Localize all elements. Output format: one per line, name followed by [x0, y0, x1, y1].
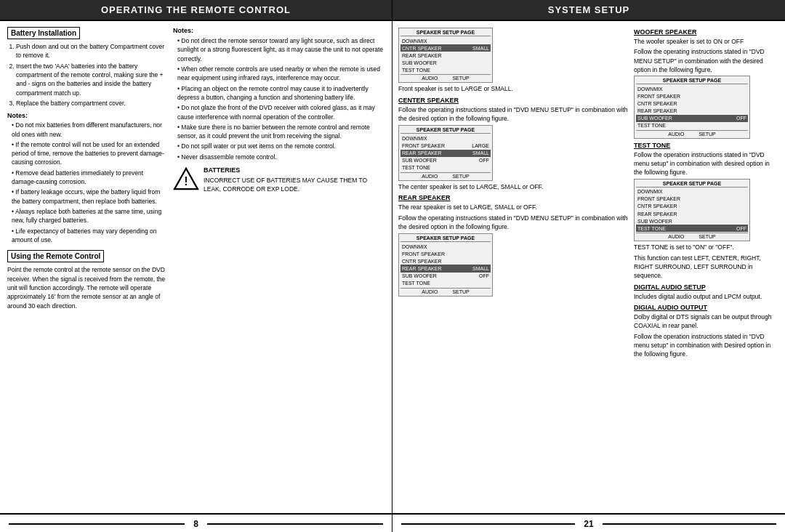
sr-front-2: FRONT SPEAKERLARGE	[400, 142, 491, 150]
sr-front-4: FRONT SPEAKER	[636, 92, 748, 100]
right-note-4: Do not glaze the front of the DVD receiv…	[177, 103, 385, 121]
warning-text: BATTERIES INCORRECT USE OF BATTERIES MAY…	[204, 166, 385, 194]
left-footer-line	[9, 523, 185, 525]
battery-note-5: Always replace both batteries at the sam…	[12, 207, 167, 225]
right-note-5: Make sure there is no barrier between th…	[177, 123, 385, 141]
sr-sub-2: SUB WOOFEROFF	[400, 157, 491, 164]
right-notes-heading: Notes:	[173, 27, 385, 34]
remote-body: Point the remote control at the remote s…	[7, 265, 167, 310]
right-header: SYSTEM SETUP	[392, 0, 785, 21]
testtone-body: Follow the operation instructions stated…	[634, 150, 779, 177]
right-col2: WOOFER SPEAKER The woofer speaker is set…	[634, 25, 779, 509]
sr-rear-3: REAR SPEAKERSMALL	[400, 265, 491, 272]
battery-heading: Battery Installation	[7, 27, 80, 39]
sr-cntr-1: CNTR SPEAKERSMALL	[400, 44, 491, 52]
speaker-box-3-header: SPEAKER SETUP PAGE	[400, 235, 491, 242]
battery-step-2: Insert the two 'AAA' batteries into the …	[16, 62, 167, 97]
svg-text:!: !	[184, 175, 188, 188]
left-col2: Notes: Do not direct the remote sensor t…	[173, 27, 385, 507]
sr-cntr-3: CNTR SPEAKER	[400, 257, 491, 265]
right-footer: 21	[392, 513, 785, 532]
battery-note-4: If battery leakage occurs, wipe the batt…	[12, 188, 167, 206]
box-footer-5: AUDIOSETUP	[636, 233, 748, 239]
right-panel: SYSTEM SETUP SPEAKER SETUP PAGE DOWNMIX …	[392, 0, 785, 532]
sr-front-5: FRONT SPEAKER	[636, 196, 748, 203]
sr-front-3: FRONT SPEAKER	[400, 250, 491, 257]
sr-test-3: TEST TONE	[400, 280, 491, 287]
speaker-box-1-header: SPEAKER SETUP PAGE	[400, 30, 491, 36]
sr-rear-5: REAR SPEAKER	[636, 210, 748, 217]
digital-output-body: Dolby digital or DTS signals can be outp…	[634, 313, 779, 331]
front-note: Front speaker is set to LARGE or SMALL.	[398, 84, 628, 93]
digital-audio-body: Includes digital audio output and LPCM o…	[634, 292, 779, 301]
battery-step-3: Replace the battery compartment cover.	[16, 99, 167, 108]
sr-rear-4: REAR SPEAKER	[636, 108, 748, 115]
remote-section: Using the Remote Control Point the remot…	[7, 250, 167, 310]
sr-test-2: TEST TONE	[400, 164, 491, 172]
box-footer-2: AUDIOSETUP	[400, 172, 491, 179]
battery-note-2: If the remote control will not be used f…	[12, 140, 167, 167]
right-note-1: Do not direct the remote sensor toward a…	[177, 36, 385, 63]
sr-downmix-4: DOWNMIX	[636, 85, 748, 92]
battery-steps: Push down and out on the battery Compart…	[7, 42, 167, 108]
center-body: Follow the operating instructions stated…	[398, 105, 628, 124]
sr-test-1: TEST TONE	[400, 66, 491, 73]
battery-notes-list: Do not mix batteries from different manu…	[7, 121, 167, 244]
left-page-num: 8	[193, 519, 198, 529]
speaker-box-5: SPEAKER SETUP PAGE DOWNMIX FRONT SPEAKER…	[634, 179, 750, 242]
sr-downmix-5: DOWNMIX	[636, 188, 748, 196]
digital-output-heading: DIGIAL AUDIO OUTPUT	[634, 304, 779, 311]
speaker-box-3: SPEAKER SETUP PAGE DOWNMIX FRONT SPEAKER…	[398, 233, 493, 297]
testtone-note: TEST TONE is set to "ON" or "OFF".	[634, 243, 779, 251]
sr-cntr-4: CNTR SPEAKER	[636, 100, 748, 107]
right-notes-list: Do not direct the remote sensor toward a…	[173, 36, 385, 161]
speaker-box-5-header: SPEAKER SETUP PAGE	[636, 181, 748, 188]
digital-audio-heading: DIGITAL AUDIO SETUP	[634, 283, 779, 291]
rear-heading: REAR SPEAKER	[398, 194, 628, 201]
speaker-box-4-header: SPEAKER SETUP PAGE	[636, 78, 748, 84]
right-note-6: Do not spill water or put wet items on t…	[177, 142, 385, 150]
woofer-body: The woofer speaker is set to ON or OFF	[634, 37, 779, 46]
sr-cntr-2: REAR SPEAKERSMALL	[400, 150, 491, 157]
battery-note-3: Remove dead batteries immediately to pre…	[12, 169, 167, 187]
sr-sub-3: SUB WOOFEROFF	[400, 273, 491, 280]
sr-sub-1: SUB WOOFER	[400, 59, 491, 66]
right-footer-line	[207, 523, 383, 525]
right-note-3: Placing an object on the remote control …	[177, 84, 385, 102]
woofer-heading: WOOFER SPEAKER	[634, 28, 779, 36]
right-note-7: Never disassemble remote control.	[177, 153, 385, 161]
warning-block: ! BATTERIES INCORRECT USE OF BATTERIES M…	[173, 166, 385, 194]
rear-body: The rear speaker is set to LARGE, SMALL …	[398, 203, 628, 211]
right-page-num: 21	[584, 519, 593, 529]
sr-rear-1: REAR SPEAKER	[400, 52, 491, 59]
digital-output-body2: Follow the operation instructions stated…	[634, 332, 779, 359]
battery-note-6: Life expectancy of batteries may vary de…	[12, 227, 167, 245]
sr-downmix-1: DOWNMIX	[400, 37, 491, 44]
right-notes-block: Notes: Do not direct the remote sensor t…	[173, 27, 385, 161]
speaker-box-2: SPEAKER SETUP PAGE DOWNMIX FRONT SPEAKER…	[398, 125, 493, 180]
warning-triangle-icon: !	[173, 167, 199, 190]
left-col1: Battery Installation Push down and out o…	[7, 27, 167, 507]
left-panel: OPERATING THE REMOTE CONTROL Battery Ins…	[0, 0, 392, 532]
speaker-box-4: SPEAKER SETUP PAGE DOWNMIX FRONT SPEAKER…	[634, 76, 750, 139]
left-header: OPERATING THE REMOTE CONTROL	[0, 0, 392, 21]
right-footer-line-l	[401, 523, 575, 525]
woofer-body2: Follow the operating instructions stated…	[634, 47, 779, 74]
battery-note-1: Do not mix batteries from different manu…	[12, 121, 167, 139]
speaker-box-1: SPEAKER SETUP PAGE DOWNMIX CNTR SPEAKERS…	[398, 28, 493, 83]
battery-section: Battery Installation Push down and out o…	[7, 27, 167, 244]
warning-title: BATTERIES	[204, 166, 385, 176]
sr-downmix-2: DOWNMIX	[400, 134, 491, 142]
sr-cntr-5: CNTR SPEAKER	[636, 203, 748, 210]
warning-body: INCORRECT USE OF BATTERIES MAY CAUSE THE…	[204, 176, 385, 195]
center-heading: CENTER SPEAKER	[398, 97, 628, 104]
box-footer-4: AUDIOSETUP	[636, 130, 748, 137]
box-footer-1: AUDIOSETUP	[400, 74, 491, 81]
box-footer-3: AUDIOSETUP	[400, 288, 491, 294]
sr-sub-5: SUB WOOFER	[636, 217, 748, 225]
battery-notes-heading: Notes:	[7, 112, 167, 119]
center-note: The center speaker is set to LARGE, SMAL…	[398, 182, 628, 191]
right-note-2: When other remote controls are used near…	[177, 65, 385, 83]
sr-sub-4: SUB WOOFEROFF	[636, 115, 748, 122]
right-footer-line-r	[603, 523, 776, 525]
